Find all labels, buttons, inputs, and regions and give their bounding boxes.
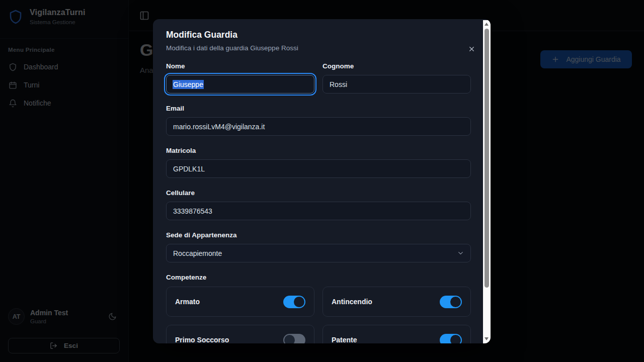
- sede-label: Sede di Appartenenza: [166, 231, 471, 239]
- scroll-up-arrow[interactable]: [485, 23, 489, 26]
- nome-selected-text: Giuseppe: [173, 80, 204, 89]
- armato-toggle[interactable]: [283, 296, 305, 308]
- email-field[interactable]: [166, 117, 471, 136]
- antincendio-toggle[interactable]: [440, 296, 462, 308]
- patente-toggle[interactable]: [440, 334, 462, 344]
- chevron-down-icon: [457, 249, 464, 257]
- cellulare-field[interactable]: [166, 202, 471, 220]
- scrollbar-thumb[interactable]: [485, 29, 489, 288]
- toggle-knob: [450, 335, 461, 344]
- scroll-down-arrow[interactable]: [485, 337, 489, 340]
- email-label: Email: [166, 105, 471, 112]
- competenza-card-armato: Armato: [166, 287, 314, 317]
- cognome-label: Cognome: [323, 62, 471, 70]
- nome-field[interactable]: Giuseppe: [166, 75, 314, 94]
- toggle-knob: [450, 297, 461, 307]
- modal-scrollbar[interactable]: [483, 20, 491, 343]
- sede-selected-value: Roccapiemonte: [173, 249, 222, 257]
- competenze-label: Competenze: [166, 274, 471, 281]
- modal-title: Modifica Guardia: [166, 30, 471, 40]
- toggle-knob: [294, 297, 304, 307]
- competenza-card-primo-soccorso: Primo Soccorso: [166, 325, 314, 343]
- toggle-knob: [284, 335, 295, 344]
- cognome-field[interactable]: [323, 75, 471, 94]
- edit-guard-modal: Modifica Guardia Modifica i dati della g…: [153, 19, 491, 343]
- matricola-label: Matricola: [166, 147, 471, 154]
- cellulare-label: Cellulare: [166, 189, 471, 197]
- primo-soccorso-toggle[interactable]: [283, 334, 305, 344]
- modal-subtitle: Modifica i dati della guardia Giuseppe R…: [166, 44, 471, 52]
- nome-label: Nome: [166, 62, 314, 70]
- matricola-field[interactable]: [166, 159, 471, 178]
- competenza-card-antincendio: Antincendio: [323, 287, 471, 317]
- competenza-card-patente: Patente: [323, 325, 471, 343]
- sede-select[interactable]: Roccapiemonte: [166, 244, 471, 262]
